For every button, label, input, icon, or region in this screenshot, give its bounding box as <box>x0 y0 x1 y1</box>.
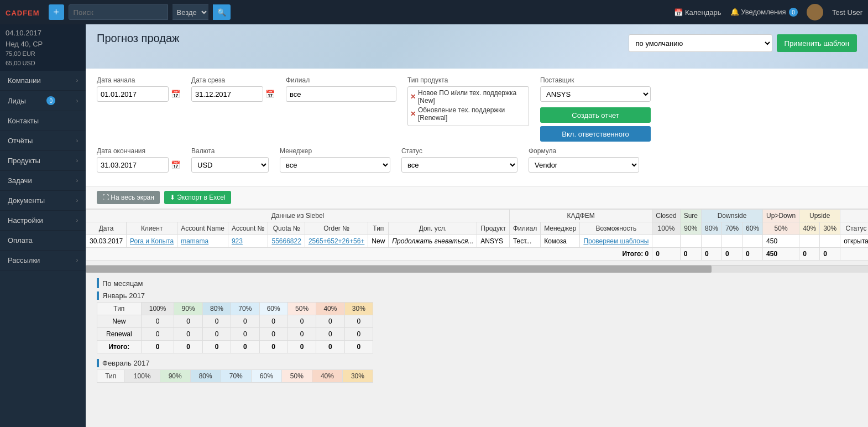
mth-total-v70-jan: 0 <box>231 341 259 353</box>
mth-v100-new: 0 <box>141 315 174 328</box>
cell-quota-no[interactable]: 55666822 <box>268 235 305 248</box>
month-january: Январь 2017 Тип 100% 90% 80% 70% 60% 50%… <box>97 291 857 353</box>
apply-template-button[interactable]: Применить шаблон <box>777 34 857 52</box>
cell-account-name[interactable]: mamama <box>177 235 228 248</box>
monthly-section-title: По месяцам <box>97 278 857 288</box>
total-extra <box>840 248 868 261</box>
main-table: Данные из Siebel КАДФЕМ Closed Sure Down… <box>86 209 868 261</box>
search-input[interactable] <box>69 4 168 20</box>
status-select[interactable]: все <box>401 157 517 173</box>
total-c60: 0 <box>742 248 763 261</box>
template-select[interactable]: по умолчанию <box>629 34 772 52</box>
date-slice-input[interactable] <box>191 86 263 102</box>
mth-v30-renewal: 0 <box>344 328 373 341</box>
cell-order-no[interactable]: 2565+652+26+56+ <box>305 235 368 248</box>
tag-renewal-remove[interactable]: ✕ <box>410 110 416 118</box>
filter-group-branch: Филиал <box>286 76 396 142</box>
mth-th-70: 70% <box>231 303 259 315</box>
search-scope-select[interactable]: Везде <box>172 4 208 20</box>
mth-feb-th-type: Тип <box>97 370 125 383</box>
th-group-kadfem: КАДФЕМ <box>509 210 652 222</box>
notifications-nav-item[interactable]: 🔔 Уведомления 0 <box>730 8 798 17</box>
sidebar-item-payment[interactable]: Оплата <box>0 231 86 251</box>
currency-select[interactable]: USD <box>191 157 269 173</box>
mth-feb-th-50: 50% <box>281 370 312 383</box>
cell-account-no[interactable]: 923 <box>228 235 268 248</box>
cell-client[interactable]: Рога и Копыта <box>127 235 177 248</box>
mth-v40-new: 0 <box>316 315 344 328</box>
mth-v60-renewal: 0 <box>259 328 287 341</box>
table-group-header-row: Данные из Siebel КАДФЕМ Closed Sure Down… <box>86 210 869 222</box>
mth-feb-th-90: 90% <box>160 370 190 383</box>
sidebar-item-documents[interactable]: Документы› <box>0 191 86 211</box>
currency-label: Валюта <box>191 147 269 155</box>
mth-v50-renewal: 0 <box>287 328 316 341</box>
search-button[interactable]: 🔍 <box>213 4 231 20</box>
date-start-input[interactable] <box>97 86 169 102</box>
formula-select[interactable]: Vendor <box>529 157 639 173</box>
incl-resp-button[interactable]: Вкл. ответственного <box>540 126 651 142</box>
sidebar-item-leads[interactable]: Лиды 0 › <box>0 91 86 111</box>
calendar-nav-item[interactable]: 📅 Календарь <box>674 8 721 17</box>
mth-th-type: Тип <box>97 303 142 315</box>
mth-total-v40-jan: 0 <box>316 341 344 353</box>
sidebar-item-mailings[interactable]: Рассылки› <box>0 251 86 270</box>
mth-type-new: New <box>97 315 142 328</box>
mth-v70-new: 0 <box>231 315 259 328</box>
table-row: 30.03.2017 Рога и Копыта mamama 923 5566… <box>86 235 869 248</box>
supplier-select[interactable]: ANSYS <box>540 86 651 102</box>
supplier-label: Поставщик <box>540 76 651 84</box>
th-c90: 90% <box>680 222 701 235</box>
mth-v30-new: 0 <box>344 315 373 328</box>
date-start-calendar-icon[interactable]: 📅 <box>171 90 180 98</box>
export-button[interactable]: ⬇ Экспорт в Excel <box>164 191 231 204</box>
page-header-right: по умолчанию Применить шаблон <box>629 34 857 52</box>
create-report-button[interactable]: Создать отчет <box>540 107 651 123</box>
sidebar-item-products[interactable]: Продукты› <box>0 151 86 171</box>
horizontal-scrollbar[interactable] <box>86 265 868 273</box>
th-group-downside: Downside <box>702 210 763 222</box>
sidebar-item-companies[interactable]: Компании› <box>0 71 86 91</box>
th-additional: Доп. усл. <box>389 222 477 235</box>
cell-c60 <box>742 235 763 248</box>
total-c30: 0 <box>820 248 840 261</box>
total-c90: 0 <box>680 248 701 261</box>
th-type: Тип <box>368 222 389 235</box>
avatar[interactable] <box>807 4 823 20</box>
th-status: Статус <box>840 222 868 235</box>
mth-th-90: 90% <box>174 303 202 315</box>
sidebar-item-settings[interactable]: Настройки› <box>0 211 86 231</box>
logo: CADFEM <box>6 7 40 18</box>
month-january-title: Январь 2017 <box>97 291 857 300</box>
content: Прогноз продаж по умолчанию Применить ша… <box>86 24 868 427</box>
th-group-closed: Closed <box>652 210 680 222</box>
month-february: Февраль 2017 Тип 100% 90% 80% 70% 60% 50… <box>97 359 857 383</box>
mth-v90-renewal: 0 <box>174 328 202 341</box>
mth-total-label-jan: Итого: <box>97 341 142 353</box>
branch-input[interactable] <box>286 86 396 102</box>
sidebar-item-tasks[interactable]: Задачи› <box>0 171 86 191</box>
main-table-wrap: Данные из Siebel КАДФЕМ Closed Sure Down… <box>86 209 868 261</box>
mth-v80-renewal: 0 <box>202 328 231 341</box>
formula-label: Формула <box>529 147 639 155</box>
mth-th-40: 40% <box>316 303 344 315</box>
manager-select[interactable]: все <box>280 157 390 173</box>
date-slice-calendar-icon[interactable]: 📅 <box>265 90 275 98</box>
cell-opportunity[interactable]: Проверяем шаблоны <box>580 235 652 248</box>
cell-c30 <box>820 235 840 248</box>
branch-label: Филиал <box>286 76 396 84</box>
mth-v60-new: 0 <box>259 315 287 328</box>
monthly-section: По месяцам Январь 2017 Тип 100% 90% 80% <box>86 273 868 394</box>
monthly-table-january: Тип 100% 90% 80% 70% 60% 50% 40% 30% <box>97 302 373 353</box>
sidebar-item-reports[interactable]: Отчёты› <box>0 131 86 151</box>
user-name[interactable]: Test User <box>832 8 862 17</box>
date-end-calendar-icon[interactable]: 📅 <box>171 160 180 169</box>
month-title-bar <box>97 291 99 300</box>
add-button[interactable]: + <box>49 4 64 20</box>
th-opportunity: Возможность <box>580 222 652 235</box>
date-end-input[interactable] <box>97 157 169 173</box>
tag-new-remove[interactable]: ✕ <box>410 93 416 101</box>
fullscreen-button[interactable]: ⛶ На весь экран <box>97 191 160 204</box>
sidebar-item-contacts[interactable]: Контакты <box>0 111 86 131</box>
sidebar: 04.10.2017 Нед 40, СР 75,00 EUR 65,00 US… <box>0 24 86 427</box>
